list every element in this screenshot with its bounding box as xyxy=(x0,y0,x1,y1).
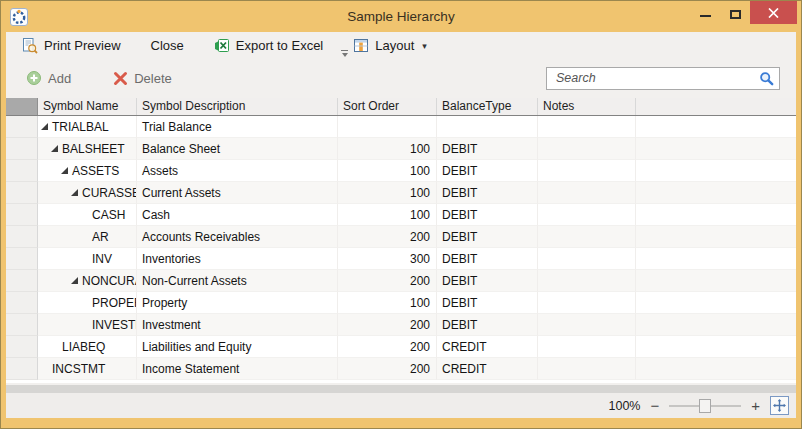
row-indicator-cell[interactable] xyxy=(6,358,38,380)
table-row[interactable]: PROPERT Property 100 DEBIT xyxy=(6,292,796,314)
zoom-out-button[interactable]: − xyxy=(649,398,660,413)
minimize-button[interactable] xyxy=(690,1,720,24)
print-preview-icon xyxy=(22,38,38,54)
sort-order-cell: 200 xyxy=(338,358,437,380)
row-indicator-cell[interactable] xyxy=(6,270,38,292)
excel-icon xyxy=(214,38,230,53)
notes-cell xyxy=(538,314,636,336)
zoom-in-button[interactable]: + xyxy=(750,398,761,413)
filler-cell xyxy=(636,182,796,204)
symbol-name-cell: CASH xyxy=(38,204,137,226)
notes-cell xyxy=(538,248,636,270)
row-indicator-cell[interactable] xyxy=(6,204,38,226)
row-indicator-cell[interactable] xyxy=(6,182,38,204)
sort-order-cell: 200 xyxy=(338,226,437,248)
search-icon[interactable] xyxy=(759,71,774,86)
table-row[interactable]: TRIALBAL Trial Balance xyxy=(6,116,796,138)
export-to-excel-label: Export to Excel xyxy=(236,38,323,53)
tree-expand-icon[interactable] xyxy=(41,123,52,130)
delete-button[interactable]: Delete xyxy=(103,68,182,89)
client-area: Print Preview Close Export to Excel xyxy=(6,32,796,418)
sort-order-cell: 100 xyxy=(338,204,437,226)
row-indicator-cell[interactable] xyxy=(6,226,38,248)
column-header-symbol-description[interactable]: Symbol Description xyxy=(137,98,338,115)
sort-order-cell: 200 xyxy=(338,336,437,358)
filler-cell xyxy=(636,204,796,226)
column-header-balance-type[interactable]: BalanceType xyxy=(437,98,538,115)
export-to-excel-button[interactable]: Export to Excel xyxy=(204,35,333,56)
main-toolbar: Print Preview Close Export to Excel xyxy=(6,32,796,59)
window-controls xyxy=(690,1,797,24)
column-header-sort-order[interactable]: Sort Order xyxy=(338,98,437,115)
row-indicator-cell[interactable] xyxy=(6,160,38,182)
print-preview-button[interactable]: Print Preview xyxy=(12,35,131,57)
search-input[interactable] xyxy=(554,70,759,86)
symbol-name-text: CURASSETS xyxy=(82,186,137,200)
edit-toolbar: Add Delete xyxy=(6,59,796,97)
table-row[interactable]: INCSTMT Income Statement 200 CREDIT xyxy=(6,358,796,380)
symbol-description-cell: Non-Current Assets xyxy=(137,270,338,292)
tree-expand-icon[interactable] xyxy=(61,167,72,174)
table-row[interactable]: ASSETS Assets 100 DEBIT xyxy=(6,160,796,182)
tree-expand-icon xyxy=(81,211,92,218)
filler-cell xyxy=(636,336,796,358)
table-row[interactable]: CURASSETS Current Assets 100 DEBIT xyxy=(6,182,796,204)
row-indicator-cell[interactable] xyxy=(6,336,38,358)
balance-type-cell: DEBIT xyxy=(437,314,538,336)
fit-icon xyxy=(773,399,786,412)
row-indicator-cell[interactable] xyxy=(6,138,38,160)
row-indicator-cell[interactable] xyxy=(6,292,38,314)
table-row[interactable]: AR Accounts Receivables 200 DEBIT xyxy=(6,226,796,248)
column-header-notes[interactable]: Notes xyxy=(538,98,636,115)
column-header-filler xyxy=(636,98,796,115)
symbol-name-cell: AR xyxy=(38,226,137,248)
layout-button[interactable]: Layout ▾ xyxy=(343,35,437,56)
chevron-down-icon: ▾ xyxy=(422,41,427,51)
maximize-button[interactable] xyxy=(720,1,750,24)
table-row[interactable]: INV Inventories 300 DEBIT xyxy=(6,248,796,270)
zoom-slider[interactable] xyxy=(669,399,741,413)
table-row[interactable]: LIABEQ Liabilities and Equity 200 CREDIT xyxy=(6,336,796,358)
symbol-description-cell: Income Statement xyxy=(137,358,338,380)
symbol-name-cell: INV xyxy=(38,248,137,270)
fit-to-window-button[interactable] xyxy=(770,396,789,415)
symbol-name-text: NONCURAS xyxy=(82,274,137,288)
row-indicator-cell[interactable] xyxy=(6,116,38,138)
layout-label: Layout xyxy=(375,38,414,53)
toolbar-overflow-button[interactable] xyxy=(340,50,349,57)
tree-expand-icon[interactable] xyxy=(51,145,62,152)
column-header-symbol-name[interactable]: Symbol Name xyxy=(38,98,137,115)
close-button[interactable] xyxy=(750,1,797,24)
notes-cell xyxy=(538,292,636,314)
balance-type-cell: DEBIT xyxy=(437,182,538,204)
add-icon xyxy=(26,70,42,86)
symbol-name-text: PROPERT xyxy=(92,296,137,310)
balance-type-cell: DEBIT xyxy=(437,270,538,292)
symbol-name-cell: LIABEQ xyxy=(38,336,137,358)
overflow-bar-icon xyxy=(341,50,348,51)
horizontal-scrollbar[interactable] xyxy=(6,385,796,393)
tree-expand-icon[interactable] xyxy=(71,277,82,284)
row-indicator-cell[interactable] xyxy=(6,314,38,336)
balance-type-cell: DEBIT xyxy=(437,204,538,226)
zoom-slider-thumb[interactable] xyxy=(699,399,711,413)
notes-cell xyxy=(538,226,636,248)
filler-cell xyxy=(636,138,796,160)
notes-cell xyxy=(538,138,636,160)
symbol-name-cell: PROPERT xyxy=(38,292,137,314)
table-row[interactable]: INVESTM Investment 200 DEBIT xyxy=(6,314,796,336)
close-view-button[interactable]: Close xyxy=(141,35,194,56)
tree-expand-icon xyxy=(51,343,62,350)
symbol-name-text: AR xyxy=(92,230,109,244)
filler-cell xyxy=(636,292,796,314)
row-indicator-cell[interactable] xyxy=(6,248,38,270)
table-row[interactable]: NONCURAS Non-Current Assets 200 DEBIT xyxy=(6,270,796,292)
symbol-name-cell: CURASSETS xyxy=(38,182,137,204)
symbol-name-text: CASH xyxy=(92,208,125,222)
add-button[interactable]: Add xyxy=(16,67,81,89)
symbol-name-text: INCSTMT xyxy=(52,362,105,376)
symbol-name-text: ASSETS xyxy=(72,164,119,178)
table-row[interactable]: BALSHEET Balance Sheet 100 DEBIT xyxy=(6,138,796,160)
tree-expand-icon[interactable] xyxy=(71,189,82,196)
table-row[interactable]: CASH Cash 100 DEBIT xyxy=(6,204,796,226)
